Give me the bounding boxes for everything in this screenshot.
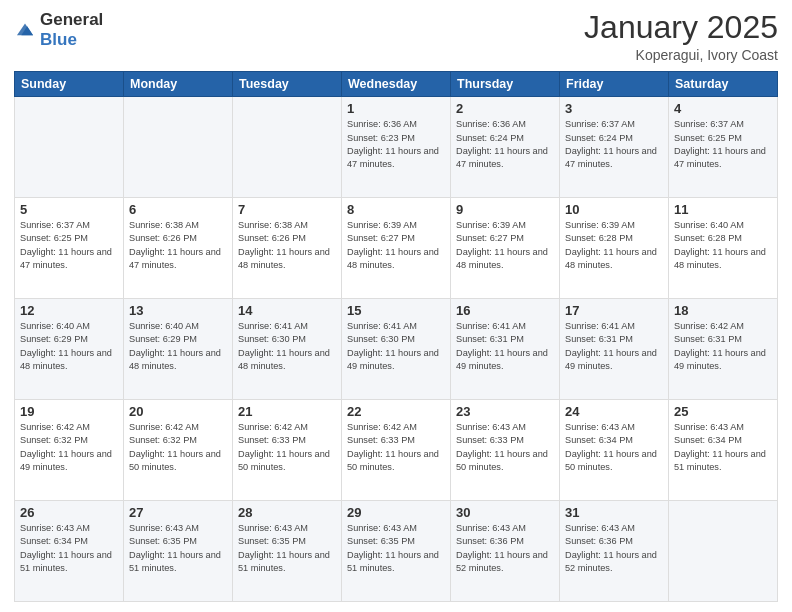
day-info: Sunrise: 6:43 AMSunset: 6:35 PMDaylight:…: [238, 523, 330, 573]
day-info: Sunrise: 6:42 AMSunset: 6:31 PMDaylight:…: [674, 321, 766, 371]
day-info: Sunrise: 6:41 AMSunset: 6:31 PMDaylight:…: [565, 321, 657, 371]
table-row: 2 Sunrise: 6:36 AMSunset: 6:24 PMDayligh…: [451, 97, 560, 198]
day-number: 28: [238, 505, 336, 520]
day-info: Sunrise: 6:36 AMSunset: 6:23 PMDaylight:…: [347, 119, 439, 169]
day-number: 9: [456, 202, 554, 217]
header-friday: Friday: [560, 72, 669, 97]
table-row: 22 Sunrise: 6:42 AMSunset: 6:33 PMDaylig…: [342, 400, 451, 501]
calendar-week-4: 19 Sunrise: 6:42 AMSunset: 6:32 PMDaylig…: [15, 400, 778, 501]
table-row: 24 Sunrise: 6:43 AMSunset: 6:34 PMDaylig…: [560, 400, 669, 501]
day-number: 1: [347, 101, 445, 116]
table-row: [124, 97, 233, 198]
day-number: 17: [565, 303, 663, 318]
calendar-subtitle: Koperagui, Ivory Coast: [584, 47, 778, 63]
table-row: 8 Sunrise: 6:39 AMSunset: 6:27 PMDayligh…: [342, 198, 451, 299]
table-row: [669, 501, 778, 602]
table-row: 5 Sunrise: 6:37 AMSunset: 6:25 PMDayligh…: [15, 198, 124, 299]
day-number: 4: [674, 101, 772, 116]
day-number: 19: [20, 404, 118, 419]
day-info: Sunrise: 6:40 AMSunset: 6:28 PMDaylight:…: [674, 220, 766, 270]
header-wednesday: Wednesday: [342, 72, 451, 97]
day-info: Sunrise: 6:38 AMSunset: 6:26 PMDaylight:…: [129, 220, 221, 270]
table-row: 14 Sunrise: 6:41 AMSunset: 6:30 PMDaylig…: [233, 299, 342, 400]
table-row: 15 Sunrise: 6:41 AMSunset: 6:30 PMDaylig…: [342, 299, 451, 400]
day-info: Sunrise: 6:38 AMSunset: 6:26 PMDaylight:…: [238, 220, 330, 270]
day-info: Sunrise: 6:43 AMSunset: 6:36 PMDaylight:…: [456, 523, 548, 573]
day-number: 2: [456, 101, 554, 116]
calendar-week-1: 1 Sunrise: 6:36 AMSunset: 6:23 PMDayligh…: [15, 97, 778, 198]
day-number: 18: [674, 303, 772, 318]
day-info: Sunrise: 6:41 AMSunset: 6:30 PMDaylight:…: [238, 321, 330, 371]
table-row: 27 Sunrise: 6:43 AMSunset: 6:35 PMDaylig…: [124, 501, 233, 602]
day-number: 11: [674, 202, 772, 217]
header: General Blue January 2025 Koperagui, Ivo…: [14, 10, 778, 63]
day-info: Sunrise: 6:43 AMSunset: 6:34 PMDaylight:…: [20, 523, 112, 573]
table-row: 23 Sunrise: 6:43 AMSunset: 6:33 PMDaylig…: [451, 400, 560, 501]
calendar-table: Sunday Monday Tuesday Wednesday Thursday…: [14, 71, 778, 602]
day-info: Sunrise: 6:43 AMSunset: 6:36 PMDaylight:…: [565, 523, 657, 573]
logo-text: General Blue: [40, 10, 103, 50]
calendar-week-5: 26 Sunrise: 6:43 AMSunset: 6:34 PMDaylig…: [15, 501, 778, 602]
day-number: 31: [565, 505, 663, 520]
day-info: Sunrise: 6:43 AMSunset: 6:34 PMDaylight:…: [565, 422, 657, 472]
table-row: 25 Sunrise: 6:43 AMSunset: 6:34 PMDaylig…: [669, 400, 778, 501]
day-number: 27: [129, 505, 227, 520]
day-info: Sunrise: 6:37 AMSunset: 6:25 PMDaylight:…: [20, 220, 112, 270]
day-number: 13: [129, 303, 227, 318]
day-number: 3: [565, 101, 663, 116]
day-number: 8: [347, 202, 445, 217]
day-info: Sunrise: 6:43 AMSunset: 6:34 PMDaylight:…: [674, 422, 766, 472]
table-row: 17 Sunrise: 6:41 AMSunset: 6:31 PMDaylig…: [560, 299, 669, 400]
table-row: 4 Sunrise: 6:37 AMSunset: 6:25 PMDayligh…: [669, 97, 778, 198]
day-number: 15: [347, 303, 445, 318]
day-info: Sunrise: 6:41 AMSunset: 6:31 PMDaylight:…: [456, 321, 548, 371]
day-number: 16: [456, 303, 554, 318]
table-row: 30 Sunrise: 6:43 AMSunset: 6:36 PMDaylig…: [451, 501, 560, 602]
calendar-week-3: 12 Sunrise: 6:40 AMSunset: 6:29 PMDaylig…: [15, 299, 778, 400]
day-info: Sunrise: 6:36 AMSunset: 6:24 PMDaylight:…: [456, 119, 548, 169]
table-row: 3 Sunrise: 6:37 AMSunset: 6:24 PMDayligh…: [560, 97, 669, 198]
header-sunday: Sunday: [15, 72, 124, 97]
logo-general: General: [40, 10, 103, 29]
day-info: Sunrise: 6:39 AMSunset: 6:28 PMDaylight:…: [565, 220, 657, 270]
table-row: 20 Sunrise: 6:42 AMSunset: 6:32 PMDaylig…: [124, 400, 233, 501]
day-number: 25: [674, 404, 772, 419]
logo: General Blue: [14, 10, 103, 50]
day-info: Sunrise: 6:42 AMSunset: 6:33 PMDaylight:…: [238, 422, 330, 472]
day-info: Sunrise: 6:42 AMSunset: 6:33 PMDaylight:…: [347, 422, 439, 472]
table-row: 18 Sunrise: 6:42 AMSunset: 6:31 PMDaylig…: [669, 299, 778, 400]
day-number: 12: [20, 303, 118, 318]
day-info: Sunrise: 6:37 AMSunset: 6:25 PMDaylight:…: [674, 119, 766, 169]
table-row: 10 Sunrise: 6:39 AMSunset: 6:28 PMDaylig…: [560, 198, 669, 299]
day-number: 26: [20, 505, 118, 520]
table-row: 28 Sunrise: 6:43 AMSunset: 6:35 PMDaylig…: [233, 501, 342, 602]
day-number: 6: [129, 202, 227, 217]
day-info: Sunrise: 6:43 AMSunset: 6:35 PMDaylight:…: [347, 523, 439, 573]
header-tuesday: Tuesday: [233, 72, 342, 97]
table-row: 1 Sunrise: 6:36 AMSunset: 6:23 PMDayligh…: [342, 97, 451, 198]
table-row: 6 Sunrise: 6:38 AMSunset: 6:26 PMDayligh…: [124, 198, 233, 299]
day-number: 10: [565, 202, 663, 217]
table-row: 13 Sunrise: 6:40 AMSunset: 6:29 PMDaylig…: [124, 299, 233, 400]
day-number: 20: [129, 404, 227, 419]
day-number: 24: [565, 404, 663, 419]
day-number: 23: [456, 404, 554, 419]
day-number: 14: [238, 303, 336, 318]
day-number: 21: [238, 404, 336, 419]
day-info: Sunrise: 6:41 AMSunset: 6:30 PMDaylight:…: [347, 321, 439, 371]
table-row: 9 Sunrise: 6:39 AMSunset: 6:27 PMDayligh…: [451, 198, 560, 299]
day-info: Sunrise: 6:42 AMSunset: 6:32 PMDaylight:…: [129, 422, 221, 472]
table-row: 29 Sunrise: 6:43 AMSunset: 6:35 PMDaylig…: [342, 501, 451, 602]
weekday-header-row: Sunday Monday Tuesday Wednesday Thursday…: [15, 72, 778, 97]
day-number: 5: [20, 202, 118, 217]
table-row: 31 Sunrise: 6:43 AMSunset: 6:36 PMDaylig…: [560, 501, 669, 602]
calendar-title: January 2025: [584, 10, 778, 45]
header-monday: Monday: [124, 72, 233, 97]
table-row: [233, 97, 342, 198]
table-row: 16 Sunrise: 6:41 AMSunset: 6:31 PMDaylig…: [451, 299, 560, 400]
day-info: Sunrise: 6:37 AMSunset: 6:24 PMDaylight:…: [565, 119, 657, 169]
table-row: 7 Sunrise: 6:38 AMSunset: 6:26 PMDayligh…: [233, 198, 342, 299]
page: General Blue January 2025 Koperagui, Ivo…: [0, 0, 792, 612]
header-saturday: Saturday: [669, 72, 778, 97]
table-row: 26 Sunrise: 6:43 AMSunset: 6:34 PMDaylig…: [15, 501, 124, 602]
